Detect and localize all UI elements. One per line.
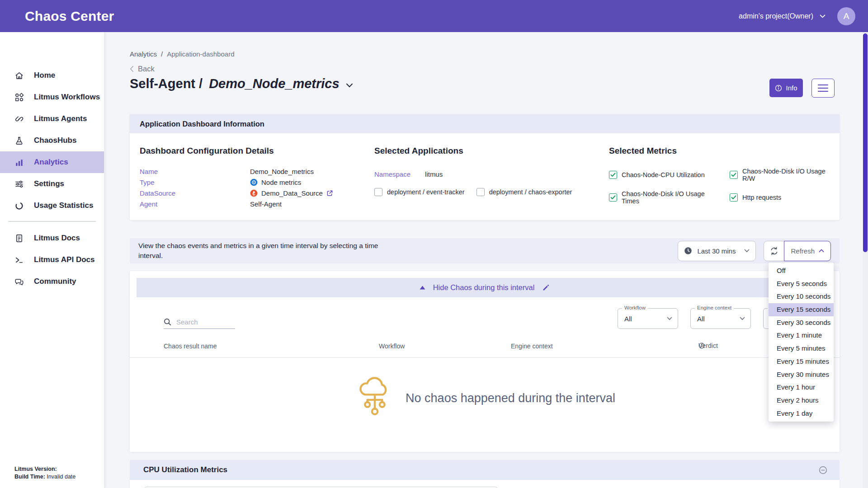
- name-value: Demo_Node_metrics: [250, 168, 314, 175]
- checkbox-checked[interactable]: [609, 193, 617, 202]
- dashboard-menu-button[interactable]: [811, 79, 835, 98]
- selected-applications-section: Selected Applications Namespace litmus d…: [374, 146, 603, 196]
- metric-label: Chaos-Node-Disk I/O Usage R/W: [742, 168, 835, 182]
- workflow-filter-select[interactable]: Workflow All: [618, 308, 678, 329]
- checkbox-unchecked[interactable]: [476, 188, 485, 196]
- workflow-filter-label: Workflow: [622, 305, 648, 310]
- table-controls: Workflow All Engine context All Verdict …: [130, 306, 840, 329]
- cpu-metrics-title: CPU Utilization Metrics: [143, 465, 227, 474]
- sidebar-item-litmus-api-docs[interactable]: Litmus API Docs: [0, 249, 104, 271]
- sidebar-item-label: Community: [34, 277, 76, 286]
- top-bar: Chaos Center admin's project(Owner) A: [0, 0, 868, 32]
- page-title-dashboard: Demo_Node_metrics: [209, 76, 340, 91]
- menu-item-every-30-minutes[interactable]: Every 30 minutes: [769, 368, 834, 381]
- title-chevron-down-icon[interactable]: [346, 83, 353, 88]
- sidebar-item-analytics[interactable]: Analytics: [0, 151, 104, 173]
- search-icon: [164, 318, 171, 326]
- checkbox-unchecked[interactable]: [374, 188, 382, 196]
- search-input[interactable]: [176, 318, 230, 326]
- cloud-network-icon: [354, 375, 396, 421]
- external-link-icon[interactable]: [326, 190, 333, 197]
- project-selector-label: admin's project(Owner): [739, 12, 813, 20]
- chevron-left-icon: [130, 66, 134, 72]
- back-button[interactable]: Back: [130, 65, 155, 73]
- checkbox-checked[interactable]: [609, 171, 617, 179]
- sidebar-item-home[interactable]: Home: [0, 65, 104, 86]
- sidebar-item-usage-statistics[interactable]: Usage Statistics: [0, 195, 104, 216]
- selected-metrics-title: Selected Metrics: [609, 146, 835, 156]
- table-header-row: Chaos result name Workflow Engine contex…: [130, 343, 840, 352]
- menu-item-every-30-seconds[interactable]: Every 30 seconds: [769, 316, 834, 329]
- info-icon: [775, 84, 782, 92]
- menu-item-every-1-minute[interactable]: Every 1 minute: [769, 329, 834, 342]
- app-title: Chaos Center: [25, 9, 114, 24]
- metric-label: Http requests: [742, 194, 781, 201]
- hamburger-icon: [817, 84, 829, 92]
- time-interval-description: View the chaos events and metrics in a g…: [138, 241, 392, 261]
- sidebar-item-litmus-docs[interactable]: Litmus Docs: [0, 227, 104, 249]
- menu-item-off[interactable]: Off: [769, 264, 834, 277]
- sidebar-item-label: Usage Statistics: [34, 201, 93, 210]
- cpu-metrics-body: [130, 480, 840, 488]
- agent-label: Agent: [140, 200, 250, 208]
- menu-item-every-10-seconds[interactable]: Every 10 seconds: [769, 290, 834, 303]
- menu-item-every-2-hours[interactable]: Every 2 hours: [769, 394, 834, 407]
- project-selector[interactable]: admin's project(Owner): [739, 12, 826, 20]
- workflow-filter-value: All: [624, 315, 632, 323]
- menu-item-every-5-seconds[interactable]: Every 5 seconds: [769, 277, 834, 291]
- page-scrollbar-thumb[interactable]: [863, 33, 868, 252]
- info-button[interactable]: Info: [769, 79, 803, 97]
- avatar-initial: A: [844, 11, 849, 21]
- menu-item-every-5-minutes[interactable]: Every 5 minutes: [769, 342, 834, 355]
- refresh-interval-dropdown[interactable]: Refresh: [784, 241, 831, 261]
- refresh-label: Refresh: [791, 247, 815, 255]
- hide-chaos-toggle[interactable]: Hide Chaos during this interval: [137, 278, 833, 297]
- datasource-label: DataSource: [140, 189, 250, 197]
- metric-checkbox-disk-io-rw[interactable]: Chaos-Node-Disk I/O Usage R/W: [730, 168, 835, 182]
- build-time-value: Invalid date: [47, 474, 75, 480]
- breadcrumb-analytics[interactable]: Analytics: [130, 50, 157, 58]
- agents-icon: [14, 114, 24, 124]
- checkbox-checked[interactable]: [730, 193, 738, 202]
- edit-pencil-icon[interactable]: [542, 284, 550, 291]
- breadcrumb-separator: /: [161, 50, 163, 58]
- collapse-section-button[interactable]: [819, 466, 827, 474]
- agent-value: Self-Agent: [250, 200, 282, 208]
- column-verdict: Verdict: [698, 343, 705, 349]
- metric-checkbox-http-requests[interactable]: Http requests: [730, 190, 835, 205]
- info-button-label: Info: [786, 84, 797, 92]
- application-label: deployment / chaos-exporter: [489, 188, 572, 196]
- refresh-now-button[interactable]: [764, 241, 784, 261]
- menu-item-every-15-minutes[interactable]: Every 15 minutes: [769, 355, 834, 368]
- engine-context-filter-select[interactable]: Engine context All: [690, 308, 751, 329]
- metric-checkbox-disk-io-times[interactable]: Chaos-Node-Disk I/O Usage Times: [609, 190, 723, 205]
- sliders-icon: [14, 179, 24, 189]
- document-icon: [14, 234, 24, 243]
- metric-checkbox-cpu-utilization[interactable]: Chaos-Node-CPU Utilization: [609, 168, 723, 182]
- name-label: Name: [140, 168, 250, 175]
- metric-label: Chaos-Node-CPU Utilization: [622, 171, 705, 178]
- page-scrollbar-track[interactable]: [863, 32, 868, 488]
- chevron-down-icon: [820, 14, 826, 18]
- menu-item-every-15-seconds[interactable]: Every 15 seconds: [769, 303, 834, 316]
- sidebar-item-litmus-workflows[interactable]: Litmus Workflows: [0, 86, 104, 108]
- sidebar-item-label: Home: [34, 71, 55, 80]
- sidebar-item-litmus-agents[interactable]: Litmus Agents: [0, 108, 104, 130]
- time-range-select[interactable]: Last 30 mins: [678, 241, 756, 261]
- checkbox-checked[interactable]: [730, 171, 738, 179]
- application-checkbox-chaos-exporter[interactable]: deployment / chaos-exporter: [476, 188, 572, 196]
- sidebar-item-label: Litmus Workflows: [34, 93, 100, 102]
- sidebar-item-chaoshubs[interactable]: ChaosHubs: [0, 130, 104, 151]
- menu-item-every-1-hour[interactable]: Every 1 hour: [769, 381, 834, 394]
- menu-item-every-1-day[interactable]: Every 1 day: [769, 407, 834, 420]
- sidebar-item-label: ChaosHubs: [34, 136, 76, 145]
- build-time-label: Build Time:: [14, 474, 45, 480]
- dashboard-info-header: Application Dashboard Information: [130, 114, 840, 133]
- application-checkbox-event-tracker[interactable]: deployment / event-tracker: [374, 188, 465, 196]
- sidebar-item-settings[interactable]: Settings: [0, 173, 104, 195]
- avatar[interactable]: A: [837, 7, 855, 25]
- cpu-metrics-header: CPU Utilization Metrics: [130, 460, 840, 480]
- sidebar-item-community[interactable]: Community: [0, 271, 104, 292]
- refresh-icon: [769, 246, 779, 256]
- datasource-value: Demo_Data_Source: [261, 189, 323, 197]
